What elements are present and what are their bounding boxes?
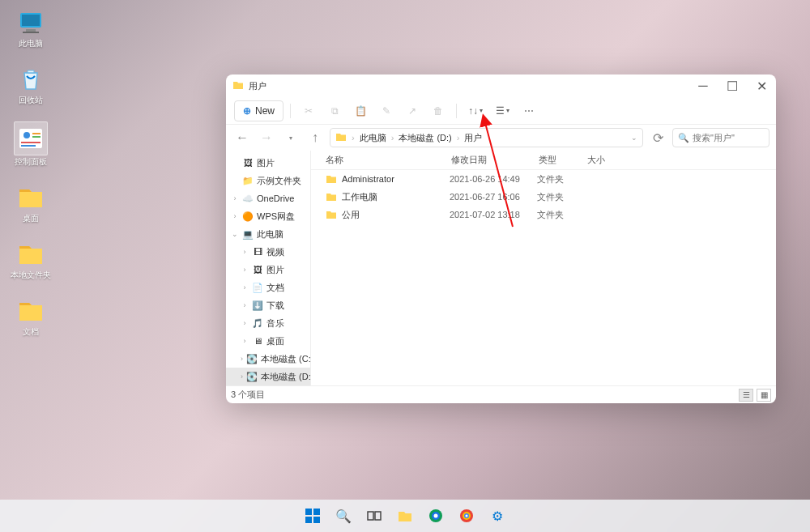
- desktop-icon-folder-2[interactable]: 本地文件夹: [8, 240, 53, 280]
- svg-rect-16: [375, 512, 381, 520]
- sidebar-item[interactable]: ›🎵音乐: [226, 314, 310, 332]
- desktop-icon-label: 桌面: [23, 214, 39, 223]
- table-row[interactable]: Administrator2021-06-26 14:49文件夹: [311, 170, 776, 188]
- desktop-icon-recycle-bin[interactable]: 回收站: [8, 65, 53, 105]
- table-row[interactable]: 工作电脑2021-06-27 16:06文件夹: [311, 188, 776, 206]
- sort-button[interactable]: ↑↓▾: [463, 100, 488, 121]
- doc-icon: 📄: [252, 282, 263, 293]
- sidebar-item-label: WPS网盘: [257, 211, 295, 223]
- folder-icon: [232, 79, 244, 92]
- chrome-taskbar-icon[interactable]: [454, 504, 479, 528]
- desktop-icon-control-panel[interactable]: 控制面板: [8, 121, 53, 167]
- more-button[interactable]: ⋯: [518, 100, 540, 121]
- settings-taskbar-icon[interactable]: ⚙: [485, 504, 509, 528]
- sidebar-item[interactable]: ⌄💻此电脑: [226, 225, 310, 243]
- recent-button[interactable]: ▾: [281, 128, 301, 147]
- breadcrumb-item[interactable]: 用户: [464, 132, 482, 144]
- file-explorer-window: 用户 ─ ☐ ✕ ⊕ New ✂ ⧉ 📋 ✎ ↗ 🗑 ↑↓▾ ☰▾ ⋯ ← → …: [226, 74, 776, 403]
- share-button[interactable]: ↗: [401, 100, 424, 121]
- forward-button[interactable]: →: [257, 128, 276, 147]
- close-button[interactable]: ✕: [747, 74, 776, 97]
- icons-view-toggle[interactable]: ▦: [757, 389, 771, 402]
- search-box[interactable]: 🔍: [672, 128, 770, 147]
- column-date[interactable]: 修改日期: [451, 154, 539, 166]
- svg-rect-12: [313, 509, 320, 515]
- edge-taskbar-icon[interactable]: [424, 504, 448, 528]
- search-input[interactable]: [693, 133, 764, 143]
- chevron-down-icon: ▾: [480, 107, 483, 114]
- new-button[interactable]: ⊕ New: [234, 100, 284, 121]
- table-row[interactable]: 公用2021-07-02 13:18文件夹: [311, 206, 776, 223]
- chevron-down-icon[interactable]: ⌄: [631, 134, 637, 142]
- rename-button[interactable]: ✎: [375, 100, 398, 121]
- details-view-toggle[interactable]: ☰: [739, 389, 753, 402]
- share-icon: ↗: [408, 105, 416, 117]
- sidebar-item[interactable]: ›📄文档: [226, 279, 310, 296]
- search-icon: 🔍: [335, 509, 352, 524]
- folder-cyan-icon: 📁: [242, 175, 254, 186]
- refresh-button[interactable]: ⟳: [648, 128, 667, 147]
- toolbar-separator: [290, 104, 291, 118]
- folder-icon: [326, 173, 337, 185]
- sidebar-item[interactable]: ›🎞视频: [226, 243, 310, 261]
- drive-icon: 💽: [246, 371, 258, 382]
- address-row: ← → ▾ ↑ › 此电脑 › 本地磁盘 (D:) › 用户 ⌄ ⟳ 🔍: [226, 125, 776, 151]
- column-size[interactable]: 大小: [587, 154, 628, 166]
- sidebar-item[interactable]: ›🟠WPS网盘: [226, 207, 310, 225]
- folder-icon: [16, 183, 45, 212]
- sidebar-item-label: 下载: [266, 300, 284, 312]
- maximize-button[interactable]: ☐: [718, 74, 747, 97]
- music-icon: 🎵: [252, 317, 263, 329]
- paste-button[interactable]: 📋: [349, 100, 372, 121]
- taskbar: 🔍 ⚙: [0, 500, 810, 532]
- sidebar-item-label: 视频: [266, 246, 284, 258]
- trash-icon: 🗑: [433, 105, 443, 117]
- folder-icon: [335, 131, 347, 144]
- breadcrumb[interactable]: › 此电脑 › 本地磁盘 (D:) › 用户 ⌄: [330, 128, 643, 147]
- svg-rect-8: [21, 142, 40, 143]
- minimize-button[interactable]: ─: [688, 74, 718, 97]
- sidebar-item-label: OneDrive: [257, 194, 294, 203]
- drive-icon: 💽: [246, 353, 258, 364]
- column-type[interactable]: 类型: [539, 154, 587, 166]
- down-icon: ⬇️: [252, 300, 263, 311]
- sidebar-item-label: 音乐: [266, 317, 284, 330]
- desktop-icon-folder-1[interactable]: 桌面: [8, 183, 53, 223]
- desktop-icon-this-pc[interactable]: 此电脑: [8, 8, 53, 49]
- chevron-icon: ›: [241, 283, 249, 292]
- desktop-icon-folder-3[interactable]: 文档: [8, 296, 53, 337]
- sidebar-item[interactable]: ›💽本地磁盘 (D:): [226, 368, 310, 385]
- view-button[interactable]: ☰▾: [491, 100, 514, 121]
- chevron-down-icon: ▾: [506, 107, 509, 114]
- desktop-icon-label: 本地文件夹: [11, 270, 51, 280]
- breadcrumb-item[interactable]: 本地磁盘 (D:): [399, 132, 451, 144]
- sidebar-item[interactable]: ›☁️OneDrive: [226, 189, 310, 207]
- svg-rect-7: [32, 136, 40, 138]
- svg-point-23: [466, 515, 468, 517]
- column-name[interactable]: 名称: [326, 154, 451, 166]
- sidebar-item[interactable]: ›🖥桌面: [226, 332, 310, 350]
- sidebar-item[interactable]: 📁示例文件夹: [226, 172, 310, 189]
- sidebar-item[interactable]: ›🖼图片: [226, 261, 310, 279]
- start-button[interactable]: [301, 504, 325, 528]
- content-pane: 名称 修改日期 类型 大小 Administrator2021-06-26 14…: [311, 151, 776, 385]
- copy-button[interactable]: ⧉: [323, 100, 346, 121]
- sidebar-item[interactable]: ›💽本地磁盘 (C:): [226, 350, 310, 368]
- gear-icon: ⚙: [492, 509, 503, 524]
- explorer-taskbar-icon[interactable]: [393, 504, 417, 528]
- chevron-right-icon: ›: [352, 133, 355, 143]
- up-button[interactable]: ↑: [305, 128, 325, 147]
- back-button[interactable]: ←: [232, 128, 252, 147]
- file-name: 公用: [342, 209, 450, 221]
- sidebar-item[interactable]: 🖼图片: [226, 154, 310, 172]
- cut-button[interactable]: ✂: [297, 100, 320, 121]
- delete-button[interactable]: 🗑: [427, 100, 450, 121]
- svg-rect-15: [368, 512, 373, 520]
- task-view-button[interactable]: [362, 504, 386, 528]
- svg-rect-13: [305, 517, 312, 523]
- sidebar-item[interactable]: ›⬇️下载: [226, 296, 310, 314]
- copy-icon: ⧉: [331, 105, 339, 117]
- search-button[interactable]: 🔍: [331, 504, 356, 528]
- status-text: 3 个项目: [231, 389, 265, 401]
- breadcrumb-item[interactable]: 此电脑: [360, 132, 386, 144]
